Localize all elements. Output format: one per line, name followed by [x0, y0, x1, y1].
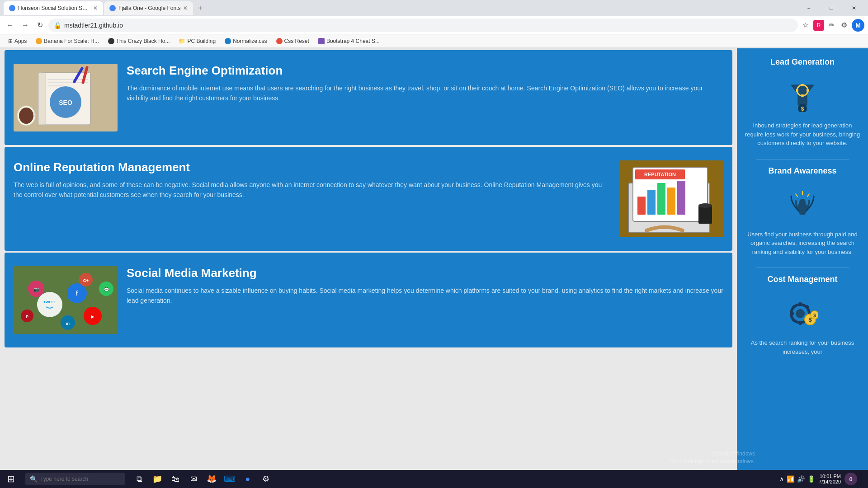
sidebar-cost-management-desc: As the search ranking for your business …: [744, 338, 861, 356]
svg-line-55: [807, 194, 809, 197]
social-image: TWEET f 📷 ▶ in G+: [14, 266, 118, 334]
reputation-svg: REPUTATION: [619, 160, 723, 237]
tab-fonts[interactable]: Fjalla One - Google Fonts ✕: [104, 1, 193, 15]
seo-description: The dominance of mobile internet use mea…: [127, 83, 723, 103]
svg-point-23: [698, 203, 712, 208]
start-button[interactable]: ⊞: [0, 470, 22, 488]
svg-line-54: [796, 194, 797, 197]
svg-rect-49: [807, 89, 809, 92]
tab-favicon-horiseon: [9, 5, 15, 11]
svg-text:💬: 💬: [104, 287, 109, 292]
svg-point-25: [37, 292, 62, 317]
sidebar: Lead Generation $ Inbound strategies for…: [737, 48, 868, 470]
profile-avatar[interactable]: M: [852, 19, 864, 32]
tray-up-icon[interactable]: ∧: [779, 475, 784, 483]
show-desktop-button[interactable]: [861, 471, 863, 487]
tab-label-fonts: Fjalla One - Google Fonts: [118, 5, 180, 11]
svg-rect-17: [637, 197, 646, 215]
sidebar-brand-awareness-icon-container: [787, 189, 818, 221]
close-button[interactable]: ✕: [844, 1, 864, 15]
reputation-image: REPUTATION: [619, 160, 723, 237]
sidebar-cost-management-icon-container: $ $: [787, 298, 818, 329]
taskbar-search-bar[interactable]: 🔍: [25, 473, 125, 485]
back-button[interactable]: ←: [4, 19, 16, 31]
mail-button[interactable]: ✉: [185, 471, 202, 487]
svg-text:$: $: [813, 313, 816, 318]
system-date: 7/14/2020: [819, 479, 841, 484]
lock-icon: 🔒: [54, 22, 61, 29]
bookmark-favicon-banana: [36, 38, 42, 44]
reputation-text: Online Reputation Management The web is …: [14, 160, 610, 200]
windows-notification-badge[interactable]: 0: [844, 473, 857, 485]
bookmark-cssreset[interactable]: Css Reset: [273, 37, 313, 45]
folder-icon: 📁: [179, 38, 185, 44]
tab-close-horiseon[interactable]: ✕: [93, 5, 98, 11]
svg-text:▶: ▶: [91, 314, 94, 319]
minimize-button[interactable]: −: [798, 1, 819, 15]
bookmark-normalize[interactable]: Normalize.css: [221, 37, 270, 45]
chrome-button[interactable]: ●: [240, 471, 256, 487]
svg-point-11: [19, 108, 33, 124]
svg-text:📷: 📷: [33, 286, 39, 292]
tray-volume-icon[interactable]: 🔊: [797, 475, 805, 483]
other-button[interactable]: ⚙: [258, 471, 274, 487]
settings-button[interactable]: ⚙: [839, 19, 849, 31]
sidebar-lead-gen-desc: Inbound strategies for lead generation r…: [744, 121, 861, 148]
tab-close-fonts[interactable]: ✕: [183, 5, 188, 11]
bookmark-favicon-bootstrap: [318, 38, 325, 44]
reputation-description: The web is full of opinions, and some of…: [14, 180, 610, 200]
reputation-card: REPUTATION Online Reputation Management: [5, 147, 732, 251]
bookmark-pc-label: PC Building: [187, 38, 216, 44]
reload-button[interactable]: ↻: [34, 19, 46, 31]
svg-text:$: $: [801, 106, 804, 112]
cost-management-icon: $ $: [787, 298, 818, 329]
system-datetime[interactable]: 10:01 PM 7/14/2020: [819, 474, 841, 484]
bookmark-normalize-label: Normalize.css: [233, 38, 267, 44]
social-title: Social Media Marketing: [127, 266, 723, 280]
bookmark-crazy-label: This Crazy Black Ho...: [116, 38, 170, 44]
system-time: 10:01 PM: [819, 474, 841, 479]
svg-rect-52: [799, 206, 806, 215]
bookmark-apps[interactable]: ⊞ Apps: [5, 37, 30, 45]
tab-label-horiseon: Horiseon Social Solution Services: [18, 5, 90, 11]
file-explorer-button[interactable]: 📁: [149, 471, 165, 487]
content-area: SEO Search Engine Optimization The domin: [0, 48, 737, 470]
url-text: mstadtler21.github.io: [64, 22, 793, 29]
svg-rect-18: [647, 190, 656, 215]
social-svg: TWEET f 📷 ▶ in G+: [14, 266, 118, 334]
vscode-button[interactable]: ⌨: [222, 471, 238, 487]
tab-horiseon[interactable]: Horiseon Social Solution Services ✕: [4, 1, 103, 15]
svg-text:SEO: SEO: [59, 99, 72, 106]
edit-button[interactable]: ✏: [827, 19, 836, 31]
bookmark-star-button[interactable]: ☆: [801, 19, 811, 31]
extension-button[interactable]: R: [813, 20, 824, 31]
system-tray: ∧ 📶 🔊 🔋 10:01 PM 7/14/2020 0: [774, 471, 868, 487]
task-view-button[interactable]: ⧉: [131, 471, 147, 487]
firefox-button[interactable]: 🦊: [203, 471, 220, 487]
svg-rect-19: [657, 183, 665, 215]
bookmark-crazy[interactable]: This Crazy Black Ho...: [104, 37, 174, 45]
sidebar-brand-awareness-desc: Users find your business through paid an…: [744, 230, 861, 257]
restore-button[interactable]: □: [821, 1, 842, 15]
svg-rect-58: [799, 302, 802, 306]
bookmark-pc[interactable]: 📁 PC Building: [175, 37, 219, 45]
seo-text: Search Engine Optimization The dominance…: [127, 64, 723, 103]
store-button[interactable]: 🛍: [167, 471, 184, 487]
sidebar-lead-gen-icon-container: $: [787, 80, 818, 112]
sidebar-lead-gen-title: Lead Generation: [770, 57, 835, 67]
activate-watermark: Activate Windows Go to Settings to activ…: [670, 450, 755, 465]
sidebar-divider-1: [756, 159, 849, 160]
bookmark-banana[interactable]: Banana For Scale: H...: [32, 37, 102, 45]
bookmark-bootstrap[interactable]: Bootstrap 4 Cheat S...: [315, 37, 383, 45]
seo-svg: SEO: [14, 64, 118, 131]
address-bar[interactable]: 🔒 mstadtler21.github.io: [48, 19, 798, 32]
svg-rect-47: [801, 94, 804, 97]
seo-title: Search Engine Optimization: [127, 64, 723, 78]
bookmark-favicon-crazy: [108, 38, 114, 44]
taskbar-search-input[interactable]: [40, 476, 120, 482]
new-tab-button[interactable]: +: [194, 4, 206, 13]
svg-text:P: P: [26, 314, 28, 319]
svg-rect-2: [38, 73, 45, 125]
tray-network-icon[interactable]: 📶: [787, 475, 794, 483]
forward-button[interactable]: →: [19, 19, 32, 31]
